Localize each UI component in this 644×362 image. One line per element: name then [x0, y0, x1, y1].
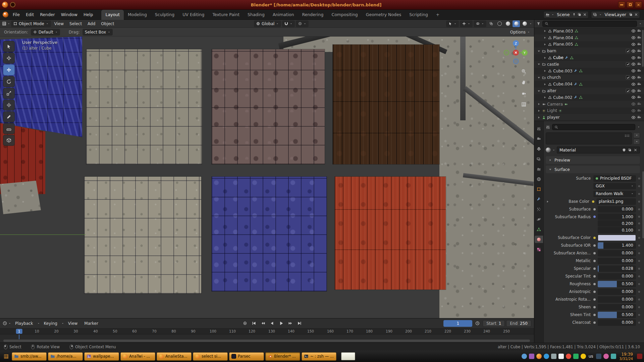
editor-type-icon[interactable] [2, 21, 6, 26]
tab-scripting[interactable]: Scripting [405, 10, 432, 20]
eye-icon[interactable] [631, 109, 636, 113]
eye-icon[interactable] [631, 75, 636, 80]
keyframe-dot[interactable] [638, 245, 640, 246]
subsurface-radius-field-1[interactable]: 1.000 [598, 214, 636, 220]
app-launcher-icon[interactable] [2, 352, 10, 361]
object-name[interactable]: Cube [553, 55, 564, 60]
tray-icon-10[interactable] [596, 354, 601, 359]
keyframe-dot[interactable] [638, 252, 640, 254]
tool-select-box[interactable] [3, 41, 15, 52]
outliner-row-cube[interactable]: Cube [534, 54, 644, 61]
base-color-image-field[interactable]: planks1.png [596, 198, 636, 205]
ptab-scene[interactable] [535, 165, 543, 173]
shading-options-caret[interactable] [529, 22, 532, 25]
eye-icon[interactable] [631, 29, 636, 33]
outliner-row-church-collection[interactable]: church [534, 74, 644, 81]
subsurface-radius-field-3[interactable]: 0.100 [598, 227, 636, 233]
keyframe-dot[interactable] [638, 291, 640, 293]
keyframe-dot[interactable] [638, 193, 640, 195]
material-name-field[interactable]: Material [557, 146, 640, 154]
eye-icon[interactable] [631, 82, 636, 86]
tray-icon-1[interactable] [522, 354, 527, 359]
outliner-row-light[interactable]: Light [534, 108, 644, 114]
specular-field[interactable]: 0.028 [598, 265, 636, 272]
keyframe-dot[interactable] [638, 185, 640, 187]
render-visibility-icon[interactable] [637, 36, 641, 40]
outliner-row-camera[interactable]: Camera [534, 101, 644, 108]
menu-add[interactable]: Add [85, 20, 98, 28]
outliner-row-cube002[interactable]: Cube.002 [534, 94, 644, 101]
render-visibility-icon[interactable] [637, 56, 641, 60]
disclosure-icon[interactable] [543, 56, 547, 60]
tray-notes-widget[interactable] [341, 352, 355, 360]
object-visibility-dropdown[interactable] [446, 20, 459, 27]
play-button[interactable] [277, 320, 285, 327]
taskbar-window-home[interactable]: /home/a... [48, 352, 83, 361]
timeline-editor-icon[interactable] [3, 321, 7, 325]
frame-end-field[interactable]: End 250 [506, 320, 531, 327]
subsurface-aniso-field[interactable]: 0.000 [598, 250, 636, 256]
shading-material-button[interactable] [513, 20, 520, 27]
menu-help[interactable]: Help [80, 10, 96, 20]
shading-wireframe-button[interactable] [496, 20, 503, 27]
taskbar-window-select-si[interactable]: select si... [193, 352, 228, 361]
subsurface-color-swatch[interactable] [598, 235, 636, 241]
tool-add-cube[interactable] [3, 135, 15, 146]
object-name[interactable]: Plane.005 [553, 42, 573, 47]
keyframe-dot[interactable] [638, 223, 640, 224]
subsurface-field[interactable]: 0.000 [598, 206, 636, 213]
ptab-viewlayer[interactable] [535, 155, 543, 163]
snapping-dropdown[interactable] [282, 20, 295, 27]
eye-icon[interactable] [631, 115, 636, 120]
copy-icon[interactable] [628, 148, 632, 152]
zoom-icon[interactable] [521, 69, 526, 74]
filter-icon[interactable] [537, 22, 540, 25]
unlink-icon[interactable] [634, 148, 637, 152]
tab-animation[interactable]: Animation [269, 10, 298, 20]
tray-icon-12[interactable] [611, 354, 616, 359]
gizmo-axis-neg-z[interactable] [514, 59, 519, 64]
tray-icon-11[interactable] [603, 354, 609, 359]
disclosure-icon[interactable] [537, 49, 541, 53]
slot-add-button[interactable] [633, 132, 640, 138]
disclosure-icon[interactable] [543, 96, 547, 99]
timeline-ruler[interactable]: 10 20 30 40 50 60 70 80 90 100 110 120 1… [0, 328, 534, 335]
disclosure-icon[interactable] [543, 43, 547, 46]
collection-name[interactable]: barn [547, 49, 556, 53]
taskbar-window-smb[interactable]: smb://aw... [12, 352, 47, 361]
timeline-track-area[interactable] [0, 335, 534, 343]
collection-name[interactable]: alter [547, 88, 556, 93]
pin-icon[interactable] [572, 13, 576, 16]
jump-to-end-button[interactable] [296, 320, 303, 327]
eye-icon[interactable] [631, 42, 636, 47]
menu-keying[interactable]: Keying [41, 318, 60, 328]
eye-icon[interactable] [631, 69, 636, 73]
sheen-tint-field[interactable]: 0.500 [598, 312, 636, 318]
browse-material-caret[interactable] [552, 149, 555, 152]
outliner-row-castle-collection[interactable]: castle [534, 61, 644, 68]
gizmo-axis-neg-y[interactable] [504, 50, 509, 55]
tab-shading[interactable]: Shading [244, 10, 269, 20]
menu-window[interactable]: Window [58, 10, 80, 20]
camera-view-icon[interactable] [521, 91, 526, 96]
outliner-row-alter-collection[interactable]: alter [534, 87, 644, 94]
disclosure-icon[interactable] [537, 109, 541, 113]
menu-playback[interactable]: Playback [12, 318, 36, 328]
eye-icon[interactable] [631, 89, 636, 93]
object-name[interactable]: player [547, 115, 560, 120]
pan-hand-icon[interactable] [521, 80, 526, 85]
viewlayer-selector[interactable]: ViewLayer [591, 11, 640, 18]
shading-rendered-button[interactable] [521, 20, 528, 27]
taskbar-window-blender[interactable]: Blender* ... [265, 352, 300, 361]
ptab-physics[interactable] [535, 216, 543, 223]
collection-name[interactable]: castle [547, 62, 559, 67]
outliner-row-plane004[interactable]: Plane.004 [534, 35, 644, 41]
render-visibility-icon[interactable] [637, 29, 641, 33]
surface-section-header[interactable]: Surface [546, 166, 640, 173]
tab-sculpting[interactable]: Sculpting [151, 10, 178, 20]
tab-geometry-nodes[interactable]: Geometry Nodes [362, 10, 405, 20]
disclosure-icon[interactable] [546, 200, 549, 203]
close-icon[interactable] [634, 13, 638, 16]
proportional-edit-dropdown[interactable] [296, 20, 309, 27]
anisotropic-rotation-field[interactable]: 0.000 [598, 296, 636, 303]
